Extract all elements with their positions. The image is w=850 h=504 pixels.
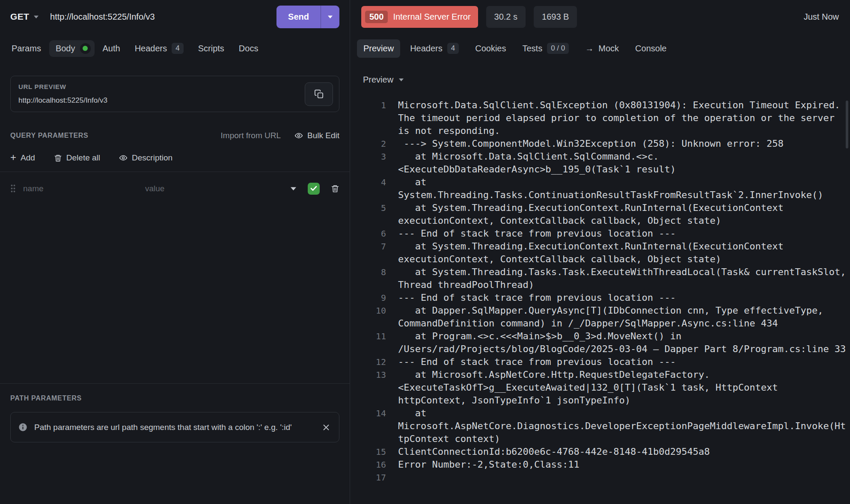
close-icon[interactable]	[321, 422, 331, 433]
code-line: 14 at Microsoft.AspNetCore.Diagnostics.D…	[350, 407, 850, 445]
code-line: 12--- End of stack trace from previous l…	[350, 356, 850, 368]
query-parameters-toolbar: + Add Delete all Description	[0, 153, 350, 172]
bulk-edit-label: Bulk Edit	[307, 131, 339, 140]
tab-response-headers[interactable]: Headers 4	[404, 39, 465, 58]
params-tab-content: URL PREVIEW http://localhost:5225/Info/v…	[0, 63, 350, 504]
toggle-description-button[interactable]: Description	[119, 153, 172, 163]
param-name-input[interactable]	[23, 184, 145, 193]
code-line: 3 at Microsoft.Data.SqlClient.SqlCommand…	[350, 150, 850, 176]
tab-console[interactable]: Console	[629, 39, 673, 58]
tab-headers-label: Headers	[135, 44, 167, 53]
url-preview-value: http://localhost:5225/Info/v3	[18, 96, 331, 105]
line-text: --- End of stack trace from previous loc…	[398, 356, 849, 368]
preview-mode-select[interactable]: Preview	[363, 75, 404, 85]
method-select[interactable]: GET	[10, 12, 39, 22]
param-value-input[interactable]	[145, 184, 285, 193]
copy-icon	[314, 89, 324, 99]
line-text: at System.Threading.Tasks.ContinuationRe…	[398, 176, 849, 202]
path-parameters-info-text: Path parameters are url path segments th…	[34, 421, 292, 434]
add-label: Add	[21, 153, 35, 163]
param-options-dropdown[interactable]	[290, 187, 297, 191]
tab-docs-label: Docs	[239, 44, 259, 53]
line-number: 6	[350, 227, 386, 240]
response-status-bar: 500 Internal Server Error 30.2 s 1693 B …	[350, 0, 850, 33]
add-param-button[interactable]: + Add	[10, 153, 35, 163]
method-label: GET	[10, 12, 29, 22]
eye-icon	[119, 154, 128, 162]
line-number: 10	[350, 304, 386, 317]
tab-cookies[interactable]: Cookies	[469, 39, 512, 58]
param-row	[0, 172, 350, 205]
chevron-down-icon	[290, 187, 297, 191]
line-number: 2	[350, 137, 386, 150]
code-line: 11 at Program.​<>c.​<​<​<Main>$>b__0_3>d…	[350, 330, 850, 356]
tests-count-badge: 0 / 0	[547, 43, 569, 54]
tab-mock-label: Mock	[598, 44, 619, 53]
path-parameters-title: PATH PARAMETERS	[10, 394, 339, 402]
import-from-url-button[interactable]: Import from URL	[221, 131, 281, 140]
response-body[interactable]: 1Microsoft.Data.SqlClient.SqlException (…	[350, 99, 850, 504]
delete-all-button[interactable]: Delete all	[54, 153, 100, 163]
response-timestamp[interactable]: Just Now	[804, 12, 839, 22]
line-text: ---> System.ComponentModel.Win32Exceptio…	[398, 137, 849, 150]
tab-tests[interactable]: Tests 0 / 0	[516, 39, 575, 58]
body-set-indicator	[80, 43, 91, 54]
bulk-edit-toggle[interactable]: Bulk Edit	[294, 131, 339, 140]
query-parameters-header: QUERY PARAMETERS Import from URL Bulk Ed…	[0, 131, 350, 140]
tab-params[interactable]: Params	[5, 39, 48, 58]
tab-preview[interactable]: Preview	[357, 39, 400, 58]
response-tabs: Preview Headers 4 Cookies Tests 0 / 0 → …	[350, 33, 850, 63]
send-button[interactable]: Send	[276, 6, 339, 28]
tab-mock[interactable]: → Mock	[579, 39, 625, 58]
tab-auth-label: Auth	[103, 44, 120, 53]
green-dot-icon	[83, 46, 88, 51]
line-text: Microsoft.Data.SqlClient.SqlException (0…	[398, 99, 849, 137]
tab-headers[interactable]: Headers 4	[128, 39, 190, 58]
send-label[interactable]: Send	[276, 6, 321, 28]
line-number: 12	[350, 356, 386, 368]
plus-icon: +	[10, 152, 16, 163]
param-enabled-checkbox[interactable]	[308, 183, 320, 195]
response-headers-count-badge: 4	[447, 43, 459, 54]
tab-params-label: Params	[12, 44, 41, 53]
line-text: ClientConnectionId:b6200e6c-4768-442e-81…	[398, 445, 849, 458]
tab-response-headers-label: Headers	[410, 44, 443, 53]
headers-count-badge: 4	[172, 43, 183, 54]
tab-docs[interactable]: Docs	[232, 39, 265, 58]
url-input[interactable]: http://localhost:5225/Info/v3	[50, 12, 271, 22]
line-number: 13	[350, 368, 386, 381]
tab-console-label: Console	[635, 44, 666, 53]
line-number: 4	[350, 176, 386, 189]
eye-icon	[294, 131, 303, 140]
size-badge: 1693 B	[534, 6, 577, 28]
line-number: 7	[350, 240, 386, 253]
status-code: 500	[365, 11, 388, 23]
code-line: 7 at System.Threading.ExecutionContext.R…	[350, 240, 850, 266]
tab-body[interactable]: Body	[49, 40, 95, 57]
line-number: 8	[350, 266, 386, 279]
query-parameters-actions: Import from URL Bulk Edit	[221, 131, 339, 140]
request-url-bar: GET http://localhost:5225/Info/v3 Send	[0, 0, 350, 33]
tab-auth[interactable]: Auth	[96, 39, 127, 58]
description-label: Description	[132, 153, 172, 163]
delete-param-button[interactable]	[331, 184, 339, 193]
delete-all-label: Delete all	[66, 153, 100, 163]
send-options-button[interactable]	[321, 6, 339, 28]
tab-scripts-label: Scripts	[198, 44, 224, 53]
code-line: 16Error Number:-2,State:0,Class:11	[350, 458, 850, 471]
line-number: 1	[350, 99, 386, 112]
scrollbar-thumb[interactable]	[846, 101, 848, 148]
code-line: 15ClientConnectionId:b6200e6c-4768-442e-…	[350, 445, 850, 458]
line-number: 16	[350, 458, 386, 471]
code-line: 6--- End of stack trace from previous lo…	[350, 227, 850, 240]
drag-handle-icon[interactable]	[10, 184, 16, 193]
empty-space	[0, 205, 350, 383]
line-text: at Dapper.SqlMapper.QueryAsync[T](IDbCon…	[398, 304, 849, 330]
line-text: at Microsoft.Data.SqlClient.SqlCommand.​…	[398, 150, 849, 176]
line-text: --- End of stack trace from previous loc…	[398, 291, 849, 304]
tab-body-label: Body	[56, 44, 75, 53]
tab-scripts[interactable]: Scripts	[192, 39, 231, 58]
copy-url-button[interactable]	[305, 82, 333, 106]
code-line: 10 at Dapper.SqlMapper.QueryAsync[T](IDb…	[350, 304, 850, 330]
info-icon	[18, 423, 27, 432]
